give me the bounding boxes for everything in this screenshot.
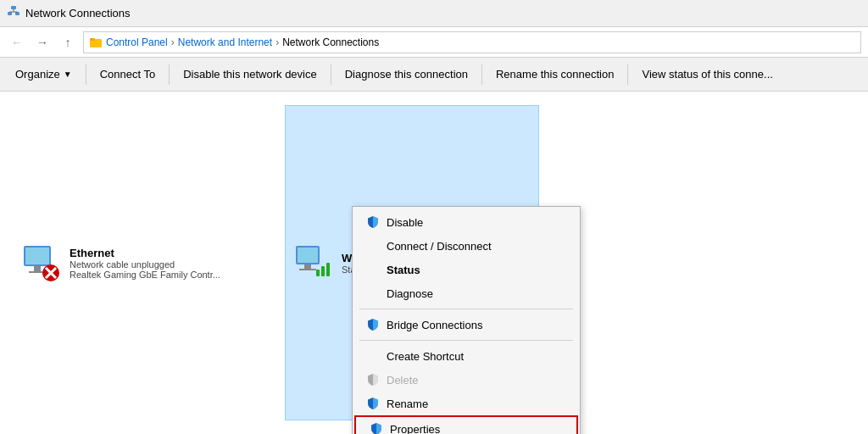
svg-rect-18 [299, 269, 316, 270]
ctx-status-label: Status [387, 264, 420, 276]
spacer-icon-4 [366, 349, 380, 363]
ctx-disable[interactable]: Disable [353, 210, 580, 234]
svg-rect-2 [15, 12, 19, 15]
spacer-icon-1 [366, 239, 380, 253]
svg-rect-9 [25, 248, 49, 264]
svg-rect-16 [298, 248, 318, 263]
connect-to-button[interactable]: Connect To [92, 62, 164, 87]
svg-rect-17 [304, 264, 311, 269]
shield-icon-disable [366, 215, 380, 229]
spacer-icon-3 [366, 287, 380, 300]
ctx-rename-label: Rename [387, 398, 428, 410]
title-bar: Network Connections [0, 0, 868, 27]
toolbar-separator-1 [86, 64, 86, 85]
forward-button[interactable]: → [32, 32, 53, 53]
toolbar-separator-3 [331, 64, 331, 85]
ethernet-icon-wrap [20, 242, 61, 283]
svg-rect-20 [321, 266, 325, 276]
content-area: Ethernet Network cable unplugged Realtek… [0, 92, 868, 434]
back-button[interactable]: ← [7, 32, 27, 53]
shield-icon-rename [366, 397, 380, 410]
ctx-connect-disconnect[interactable]: Connect / Disconnect [353, 234, 580, 258]
svg-rect-21 [326, 263, 330, 276]
toolbar-separator-5 [627, 64, 628, 85]
ctx-diagnose-label: Diagnose [387, 287, 433, 300]
ctx-properties[interactable]: Properties [354, 415, 578, 434]
ethernet-desc: Network cable unplugged [70, 259, 261, 270]
ctx-status[interactable]: Status [353, 258, 580, 281]
ctx-separator-1 [359, 309, 573, 309]
ctx-separator-2 [359, 340, 573, 341]
ethernet-info: Ethernet Network cable unplugged Realtek… [70, 247, 261, 280]
shield-icon-properties [370, 422, 383, 434]
organize-dropdown-icon: ▼ [64, 70, 72, 79]
shield-icon-bridge [366, 318, 380, 331]
svg-rect-1 [8, 12, 12, 15]
ctx-rename[interactable]: Rename [353, 392, 580, 415]
ctx-delete: Delete [353, 368, 580, 392]
spacer-icon-2 [366, 263, 380, 276]
up-button[interactable]: ↑ [58, 32, 78, 53]
ctx-delete-label: Delete [387, 374, 419, 387]
breadcrumb-sep-2: › [275, 36, 279, 48]
ctx-diagnose[interactable]: Diagnose [353, 281, 580, 305]
address-bar: ← → ↑ Control Panel › Network and Intern… [0, 27, 868, 58]
breadcrumb-sep-1: › [171, 36, 175, 48]
ctx-disable-label: Disable [387, 216, 423, 229]
toolbar-separator-4 [481, 64, 482, 85]
ctx-shortcut-label: Create Shortcut [387, 350, 464, 363]
ctx-bridge[interactable]: Bridge Connections [353, 313, 580, 337]
ethernet-name: Ethernet [70, 247, 261, 259]
svg-rect-19 [316, 270, 320, 276]
ctx-shortcut[interactable]: Create Shortcut [353, 344, 580, 368]
svg-rect-10 [34, 266, 41, 271]
context-menu: Disable Connect / Disconnect Status Diag… [352, 206, 581, 434]
organize-button[interactable]: Organize ▼ [7, 62, 81, 87]
breadcrumb: Control Panel › Network and Internet › N… [83, 31, 861, 53]
shield-icon-delete [366, 373, 380, 387]
title-bar-icon [7, 5, 20, 22]
disable-device-button[interactable]: Disable this network device [175, 62, 326, 87]
svg-rect-7 [90, 38, 95, 41]
title-bar-title: Network Connections [25, 7, 131, 19]
breadcrumb-network-connections: Network Connections [282, 36, 379, 48]
toolbar: Organize ▼ Connect To Disable this netwo… [0, 58, 868, 92]
wifi-icon-wrap [292, 242, 333, 283]
ethernet-card[interactable]: Ethernet Network cable unplugged Realtek… [14, 105, 268, 420]
ethernet-adapter: Realtek Gaming GbE Family Contr... [70, 270, 261, 280]
breadcrumb-network-internet[interactable]: Network and Internet [178, 36, 272, 48]
ctx-properties-label: Properties [390, 423, 440, 435]
diagnose-button[interactable]: Diagnose this connection [337, 62, 476, 87]
view-status-button[interactable]: View status of this conne... [633, 62, 781, 87]
rename-button[interactable]: Rename this connection [487, 62, 622, 87]
toolbar-separator-2 [169, 64, 170, 85]
breadcrumb-control-panel[interactable]: Control Panel [106, 36, 168, 48]
svg-rect-0 [11, 6, 16, 9]
ctx-connect-disconnect-label: Connect / Disconnect [387, 240, 492, 253]
ctx-bridge-label: Bridge Connections [387, 319, 482, 331]
